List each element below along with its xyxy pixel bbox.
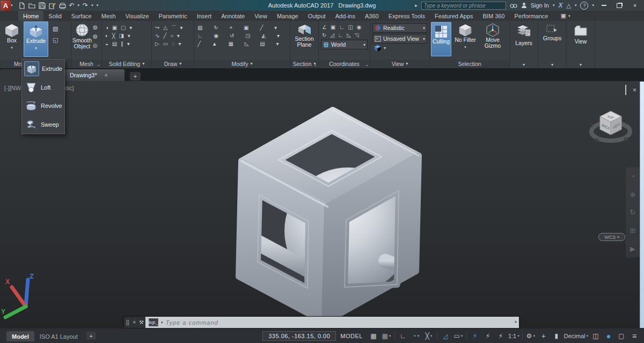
- redo-caret-icon[interactable]: ▾: [91, 3, 93, 8]
- snap-mode-toggle[interactable]: ▦▾: [380, 331, 393, 341]
- customize-wrench-icon[interactable]: ⚒: [139, 319, 144, 325]
- draw-grid[interactable]: ↪ △ ⌒ ▾ ∿ ╱ ○ ▾ ▷ ▭ ◌ ▾: [152, 21, 194, 48]
- viewport-close-button[interactable]: ×: [633, 87, 636, 93]
- modify-row3[interactable]: ╱ ▲ ▦ ◺ ▤ ▾: [197, 40, 287, 48]
- search-binoculars-icon[interactable]: [510, 2, 517, 9]
- minimize-button[interactable]: [598, 2, 610, 9]
- no-filter-button[interactable]: No Filter ▾: [451, 21, 479, 57]
- ribbon-tab-express-tools[interactable]: Express Tools: [384, 11, 430, 21]
- isometric-drafting-toggle[interactable]: ╳▾: [422, 331, 435, 341]
- panel-label-view[interactable]: View▾: [370, 60, 429, 68]
- panel-view-collapsed[interactable]: View ▾: [567, 21, 595, 68]
- autocad-logo-icon[interactable]: A: [1, 1, 11, 11]
- solid-editing-row1[interactable]: ◑ ▣ ▢ ▾: [105, 24, 148, 32]
- menu-item-revolve[interactable]: Revolve: [22, 97, 64, 115]
- annotation-visibility-toggle[interactable]: ◿: [439, 331, 452, 341]
- solid-editing-row2[interactable]: ◐ ╳ ◨ ▾: [105, 32, 148, 40]
- help-caret-icon[interactable]: ▾: [592, 3, 594, 8]
- viewport-tools[interactable]: ▾: [374, 45, 429, 52]
- panel-label-solid-editing[interactable]: Solid Editing▾: [102, 60, 151, 68]
- autodesk-exchange-icon[interactable]: X: [558, 2, 562, 9]
- units-dropdown[interactable]: Decimal▾: [563, 331, 589, 341]
- ribbon-tab-addins[interactable]: Add-ins: [331, 11, 360, 21]
- modify-row2[interactable]: ∟ ◉ ↺ ◳ ◭ ▾: [197, 32, 287, 40]
- command-close-icon[interactable]: ×: [133, 319, 136, 325]
- ribbon-tab-manage[interactable]: Manage: [272, 11, 303, 21]
- redo-icon[interactable]: ↷: [83, 2, 88, 9]
- box-button[interactable]: Box ▾: [0, 21, 24, 57]
- coordinates-dialog-launcher-icon[interactable]: ⌄: [365, 62, 369, 67]
- modify-grid[interactable]: ▧ ↻ + ▣ ╱ ▾ ∟ ◉ ↺ ◳ ◭ ▾ ╱ ▲ ▦ ◺ ▤ ▾: [194, 21, 290, 48]
- ribbon-tab-insert[interactable]: Insert: [192, 11, 217, 21]
- annotation-object-add-icon[interactable]: +: [537, 331, 550, 341]
- graphics-performance-toggle[interactable]: ◫: [589, 331, 602, 341]
- layout-tab[interactable]: ISO A1 Layout: [34, 331, 83, 341]
- annotation-monitor2-toggle[interactable]: ⚡: [494, 331, 507, 341]
- pan-icon[interactable]: ⊕: [630, 191, 636, 199]
- ribbon-tab-home[interactable]: Home: [18, 11, 43, 21]
- mesh-add-crease-icon[interactable]: ◍: [93, 33, 98, 39]
- section-plane-button[interactable]: Section Plane: [290, 21, 318, 57]
- command-input-area[interactable]: &gt;_ ▾ Type a command ▴: [145, 317, 519, 328]
- signin-person-icon[interactable]: [521, 2, 527, 9]
- tab-close-icon[interactable]: ×: [105, 72, 108, 78]
- file-tab-drawing3[interactable]: Drawing3* ×: [64, 69, 125, 81]
- undo-caret-icon[interactable]: ▾: [78, 3, 80, 8]
- ribbon-tab-surface[interactable]: Surface: [67, 11, 97, 21]
- solid-editing-row3[interactable]: ◒ ▤ ∥ ▾: [105, 40, 148, 48]
- panel-label-draw[interactable]: Draw▾: [152, 60, 194, 68]
- named-view-dropdown[interactable]: Unsaved View ▾: [372, 34, 427, 43]
- save-icon[interactable]: [39, 2, 46, 9]
- annotation-scale-value[interactable]: 1:1▾: [507, 331, 521, 341]
- print-icon[interactable]: [59, 2, 66, 9]
- ribbon-tab-output[interactable]: Output: [303, 11, 331, 21]
- model-paper-toggle[interactable]: MODEL: [340, 333, 363, 339]
- grid-display-toggle[interactable]: ▦: [367, 331, 380, 341]
- command-placeholder[interactable]: Type a command: [166, 319, 218, 326]
- viewport-restore-button[interactable]: [625, 85, 626, 95]
- presspull-icon[interactable]: ◱: [53, 37, 58, 43]
- navigation-bar[interactable]: ◔ ⊕ ↻ ⊞ ▶: [626, 167, 640, 258]
- panel-label-modify[interactable]: Modify▾: [194, 60, 290, 68]
- hardware-acceleration-indicator[interactable]: ●: [602, 331, 615, 341]
- showmotion-icon[interactable]: ▶: [630, 245, 635, 253]
- menu-item-sweep[interactable]: Sweep: [22, 115, 64, 134]
- ribbon-tab-bim360[interactable]: BIM 360: [478, 11, 510, 21]
- search-input[interactable]: [421, 2, 506, 10]
- command-line[interactable]: ⣿ × ⚒ &gt;_ ▾ Type a command ▴: [123, 316, 519, 329]
- coordinates-row2[interactable]: ↻ ◿ ∟ ◺ ◹: [322, 31, 367, 39]
- ribbon-tab-a360[interactable]: A360: [360, 11, 384, 21]
- ortho-toggle[interactable]: ∟: [397, 331, 409, 341]
- mesh-dialog-launcher-icon[interactable]: ⌄: [97, 62, 100, 67]
- cage-sphere-3d-model[interactable]: [204, 102, 429, 317]
- smooth-object-button[interactable]: Smooth Object: [71, 21, 93, 57]
- move-gizmo-button[interactable]: Move Gizmo: [479, 21, 506, 57]
- ribbon-tab-view[interactable]: View: [250, 11, 272, 21]
- ribbon-tab-performance[interactable]: Performance: [509, 11, 553, 21]
- modify-row1[interactable]: ▧ ↻ + ▣ ╱ ▾: [197, 24, 287, 32]
- viewport-config-icon[interactable]: [374, 45, 382, 52]
- wcs-dropdown[interactable]: WCS ▾: [598, 233, 625, 241]
- polysolid-icon[interactable]: ▧: [53, 25, 58, 32]
- workspace-switching-gear[interactable]: ⚙▾: [524, 331, 537, 341]
- panel-label-coordinates[interactable]: Coordinates: [319, 60, 370, 68]
- close-button[interactable]: ×: [629, 2, 641, 9]
- mesh-refine-icon[interactable]: ◍: [93, 24, 98, 30]
- clean-screen-toggle[interactable]: ▢: [615, 331, 628, 341]
- annotation-monitor-toggle[interactable]: ⚡: [481, 331, 494, 341]
- layers-expand-caret-icon[interactable]: ▾: [510, 62, 538, 67]
- open-folder-icon[interactable]: [28, 2, 35, 9]
- ribbon-tab-annotate[interactable]: Annotate: [216, 11, 250, 21]
- viewcube[interactable]: S N W TOP BACK LEFT: [586, 105, 635, 148]
- model-space-tab[interactable]: Model: [6, 331, 34, 341]
- view-expand-caret-icon[interactable]: ▾: [567, 62, 595, 67]
- customization-menu-button[interactable]: ≡: [628, 331, 641, 341]
- ribbon-media-icon[interactable]: ▣: [560, 12, 566, 19]
- draw-row2[interactable]: ∿ ╱ ○ ▾: [155, 32, 191, 40]
- save-as-icon[interactable]: [49, 2, 56, 9]
- draw-row1[interactable]: ↪ △ ⌒ ▾: [155, 24, 191, 32]
- culling-button[interactable]: Culling: [431, 22, 451, 56]
- app-store-caret-icon[interactable]: ▾: [575, 3, 577, 8]
- extrude-button[interactable]: Extrude ▾: [24, 21, 48, 57]
- signin-caret-icon[interactable]: ▾: [553, 3, 555, 8]
